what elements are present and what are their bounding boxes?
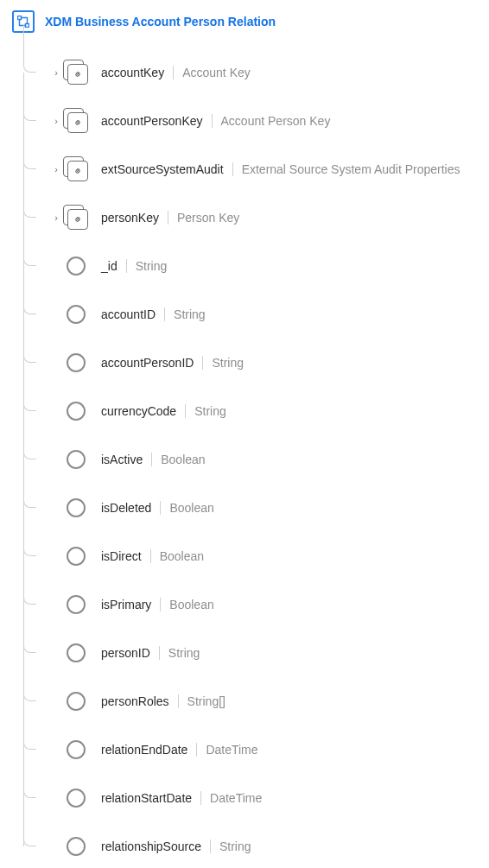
divider [151,453,152,466]
field-row[interactable]: ›accountPersonKeyAccount Person Key [23,97,477,145]
circle-icon [67,353,86,372]
divider [200,791,201,805]
divider [160,501,161,515]
divider [159,646,160,660]
field-name: accountPersonID [101,356,194,370]
field-name: relationStartDate [101,791,192,805]
divider [168,211,168,225]
field-row[interactable]: personIDString [23,629,477,677]
field-name: personID [101,646,150,660]
field-type: String [174,307,206,321]
divider [202,356,203,370]
field-row[interactable]: isActiveBoolean [23,435,477,484]
divider [160,598,161,611]
svg-rect-0 [18,16,22,20]
field-name: extSourceSystemAudit [101,162,224,176]
field-row[interactable]: personRolesString[] [23,677,477,725]
circle-icon [67,789,86,808]
divider [164,307,165,321]
field-type: DateTime [210,791,262,805]
field-type: DateTime [206,743,257,757]
circle-icon [67,547,86,566]
circle-icon [67,498,86,517]
field-type: Boolean [169,598,213,611]
field-type: String [136,259,168,273]
field-row[interactable]: relationshipSourceString [23,822,477,868]
circle-icon [67,257,86,276]
object-link-icon [63,108,89,134]
field-type: String [212,356,244,370]
divider [196,743,197,757]
field-name: accountPersonKey [101,114,203,128]
circle-icon [67,740,86,759]
field-row[interactable]: _idString [23,242,477,290]
schema-title: XDM Business Account Person Relation [45,15,276,29]
field-type: Boolean [161,453,205,466]
field-name: relationEndDate [101,743,187,757]
circle-icon [67,305,86,324]
field-type: String [194,404,226,418]
circle-icon [67,692,86,711]
field-row[interactable]: isDirectBoolean [23,532,477,580]
field-row[interactable]: ›personKeyPerson Key [23,193,477,242]
object-link-icon [63,205,89,231]
field-row[interactable]: ›accountKeyAccount Key [23,48,477,97]
circle-icon [67,595,86,614]
divider [185,404,186,418]
field-row[interactable]: isDeletedBoolean [23,484,477,532]
field-type: Person Key [177,211,239,225]
field-type: String[] [187,694,225,708]
field-type: External Source System Audit Properties [242,162,460,176]
field-name: relationshipSource [101,839,201,853]
field-name: accountID [101,307,156,321]
divider [126,259,127,273]
object-link-icon [63,156,89,182]
circle-icon [67,402,86,421]
field-type: Account Person Key [221,114,331,128]
schema-root[interactable]: XDM Business Account Person Relation [12,10,477,33]
field-row[interactable]: isPrimaryBoolean [23,580,477,629]
circle-icon [67,643,86,662]
divider [232,162,233,176]
object-link-icon [63,60,89,86]
divider [178,694,179,708]
field-type: Boolean [169,501,213,515]
field-type: Account Key [182,66,251,79]
field-name: currencyCode [101,404,176,418]
field-name: personKey [101,211,159,225]
field-name: isDeleted [101,501,151,515]
chevron-right-icon[interactable]: › [51,212,61,223]
chevron-right-icon[interactable]: › [51,116,61,126]
circle-icon [67,450,86,469]
field-name: personRoles [101,694,169,708]
field-name: accountKey [101,66,164,79]
field-name: isActive [101,453,143,466]
field-row[interactable]: relationStartDateDateTime [23,774,477,822]
divider [212,114,213,128]
field-type: String [219,839,251,853]
chevron-right-icon[interactable]: › [51,164,61,174]
divider [173,66,174,79]
field-type: String [168,646,200,660]
chevron-right-icon[interactable]: › [51,67,61,78]
divider [210,839,211,853]
field-name: isDirect [101,549,142,563]
field-name: _id [101,259,117,273]
schema-tree: ›accountKeyAccount Key›accountPersonKeyA… [12,48,477,868]
field-name: isPrimary [101,598,151,611]
circle-icon [67,837,86,856]
field-row[interactable]: currencyCodeString [23,387,477,435]
field-type: Boolean [160,549,204,563]
field-row[interactable]: ›extSourceSystemAuditExternal Source Sys… [23,145,477,193]
divider [150,549,151,563]
field-row[interactable]: relationEndDateDateTime [23,725,477,774]
field-row[interactable]: accountIDString [23,290,477,339]
field-row[interactable]: accountPersonIDString [23,339,477,387]
